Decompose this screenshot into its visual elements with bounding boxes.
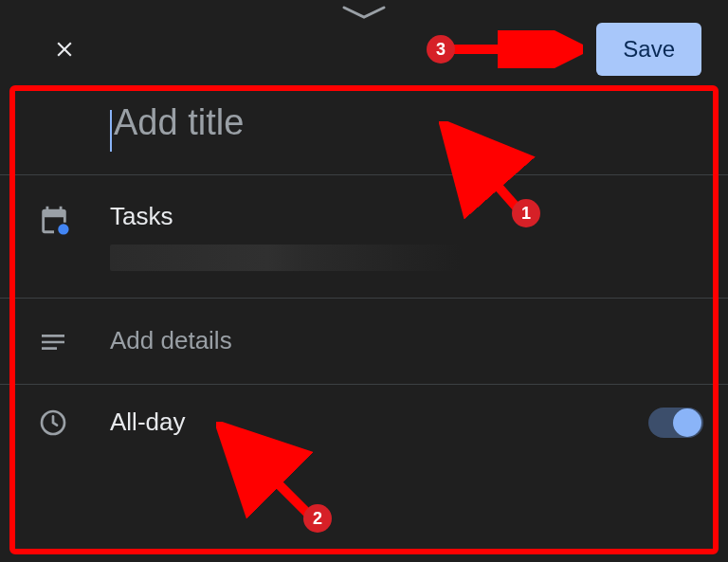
annotation-badge-1: 1 bbox=[512, 199, 540, 227]
annotation-frame bbox=[9, 85, 719, 554]
drag-handle-chevron-icon[interactable] bbox=[336, 4, 392, 23]
allday-toggle[interactable] bbox=[648, 408, 703, 438]
save-button[interactable]: Save bbox=[596, 23, 701, 76]
annotation-badge-2: 2 bbox=[303, 504, 332, 533]
toggle-knob bbox=[673, 408, 701, 437]
annotation-badge-3: 3 bbox=[427, 35, 455, 63]
close-icon bbox=[52, 37, 77, 62]
close-button[interactable] bbox=[46, 30, 83, 68]
